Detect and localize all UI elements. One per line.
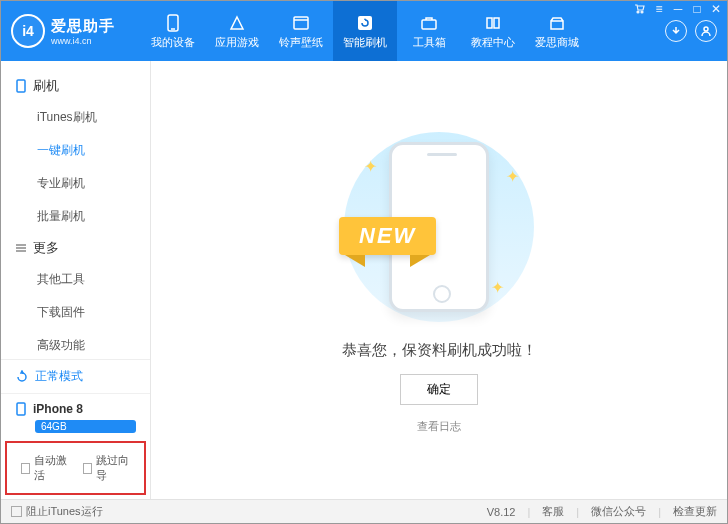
ok-button[interactable]: 确定 bbox=[400, 374, 478, 405]
nav-label: 智能刷机 bbox=[343, 35, 387, 50]
more-icon bbox=[15, 242, 27, 254]
sidebar-item-batch[interactable]: 批量刷机 bbox=[1, 200, 150, 233]
wechat-link[interactable]: 微信公众号 bbox=[591, 504, 646, 519]
success-message: 恭喜您，保资料刷机成功啦！ bbox=[342, 341, 537, 360]
section-label: 刷机 bbox=[33, 77, 59, 95]
update-link[interactable]: 检查更新 bbox=[673, 504, 717, 519]
svg-rect-4 bbox=[422, 20, 436, 29]
close-icon[interactable]: ✕ bbox=[708, 2, 724, 16]
bottom-checks: 自动激活 跳过向导 bbox=[5, 441, 146, 495]
checkbox-skip-guide[interactable]: 跳过向导 bbox=[83, 453, 131, 483]
sidebar-item-advanced[interactable]: 高级功能 bbox=[1, 329, 150, 359]
sidebar: 刷机 iTunes刷机 一键刷机 专业刷机 批量刷机 更多 其他工具 下载固件 … bbox=[1, 61, 151, 499]
nav-label: 爱思商城 bbox=[535, 35, 579, 50]
wallpaper-icon bbox=[293, 13, 309, 33]
nav-tutorials[interactable]: 教程中心 bbox=[461, 1, 525, 61]
book-icon bbox=[485, 13, 501, 33]
svg-point-6 bbox=[637, 11, 639, 13]
checkbox-auto-activate[interactable]: 自动激活 bbox=[21, 453, 69, 483]
download-icon[interactable] bbox=[665, 20, 687, 42]
nav-toolbox[interactable]: 工具箱 bbox=[397, 1, 461, 61]
hero-illustration: ✦ ✦ ✦ NEW bbox=[329, 127, 549, 327]
nav-label: 我的设备 bbox=[151, 35, 195, 50]
maximize-icon[interactable]: □ bbox=[689, 2, 705, 16]
main-content: ✦ ✦ ✦ NEW 恭喜您，保资料刷机成功啦！ 确定 查看日志 bbox=[151, 61, 727, 499]
nav-shop[interactable]: 爱思商城 bbox=[525, 1, 589, 61]
window-controls: ≡ ─ □ ✕ bbox=[632, 2, 724, 16]
apps-icon bbox=[229, 13, 245, 33]
phone-icon bbox=[166, 13, 180, 33]
device-row[interactable]: iPhone 8 64GB bbox=[1, 394, 150, 441]
version: V8.12 bbox=[487, 506, 516, 518]
sidebar-section-flash[interactable]: 刷机 bbox=[1, 71, 150, 101]
sidebar-item-oneclick[interactable]: 一键刷机 bbox=[1, 134, 150, 167]
svg-point-7 bbox=[641, 11, 643, 13]
toolbox-icon bbox=[421, 13, 437, 33]
nav-label: 铃声壁纸 bbox=[279, 35, 323, 50]
svg-rect-8 bbox=[17, 80, 25, 92]
svg-point-5 bbox=[704, 27, 708, 31]
app-url: www.i4.cn bbox=[51, 36, 115, 46]
status-bar: 阻止iTunes运行 V8.12| 客服| 微信公众号| 检查更新 bbox=[1, 499, 727, 523]
refresh-icon bbox=[15, 370, 29, 384]
sidebar-section-more[interactable]: 更多 bbox=[1, 233, 150, 263]
app-name: 爱思助手 bbox=[51, 17, 115, 36]
nav-label: 应用游戏 bbox=[215, 35, 259, 50]
mode-label: 正常模式 bbox=[35, 368, 83, 385]
nav-smart-flash[interactable]: 智能刷机 bbox=[333, 1, 397, 61]
cart-icon[interactable] bbox=[632, 2, 648, 16]
user-icon[interactable] bbox=[695, 20, 717, 42]
menu-icon[interactable]: ≡ bbox=[651, 2, 667, 16]
sidebar-item-other[interactable]: 其他工具 bbox=[1, 263, 150, 296]
minimize-icon[interactable]: ─ bbox=[670, 2, 686, 16]
device-name: iPhone 8 bbox=[33, 402, 83, 416]
checkbox-label: 自动激活 bbox=[34, 453, 68, 483]
sidebar-item-download[interactable]: 下载固件 bbox=[1, 296, 150, 329]
section-label: 更多 bbox=[33, 239, 59, 257]
shop-icon bbox=[549, 13, 565, 33]
checkbox-block-itunes[interactable]: 阻止iTunes运行 bbox=[11, 504, 103, 519]
nav-apps-games[interactable]: 应用游戏 bbox=[205, 1, 269, 61]
svg-rect-2 bbox=[294, 17, 308, 29]
view-log-link[interactable]: 查看日志 bbox=[417, 419, 461, 434]
nav-label: 工具箱 bbox=[413, 35, 446, 50]
support-link[interactable]: 客服 bbox=[542, 504, 564, 519]
top-nav: 我的设备 应用游戏 铃声壁纸 智能刷机 工具箱 教程中心 爱思商城 bbox=[141, 1, 665, 61]
ribbon-text: NEW bbox=[339, 217, 436, 255]
nav-my-devices[interactable]: 我的设备 bbox=[141, 1, 205, 61]
header: i4 爱思助手 www.i4.cn 我的设备 应用游戏 铃声壁纸 智能刷机 工具… bbox=[1, 1, 727, 61]
svg-rect-12 bbox=[17, 403, 25, 415]
mode-row[interactable]: 正常模式 bbox=[1, 360, 150, 394]
nav-label: 教程中心 bbox=[471, 35, 515, 50]
phone-icon bbox=[15, 402, 27, 416]
storage-badge: 64GB bbox=[35, 420, 136, 433]
nav-ringtones[interactable]: 铃声壁纸 bbox=[269, 1, 333, 61]
phone-icon bbox=[15, 79, 27, 93]
sidebar-item-itunes[interactable]: iTunes刷机 bbox=[1, 101, 150, 134]
checkbox-label: 跳过向导 bbox=[96, 453, 130, 483]
refresh-icon bbox=[357, 13, 373, 33]
logo[interactable]: i4 爱思助手 www.i4.cn bbox=[1, 14, 141, 48]
sidebar-item-pro[interactable]: 专业刷机 bbox=[1, 167, 150, 200]
logo-icon: i4 bbox=[11, 14, 45, 48]
checkbox-label: 阻止iTunes运行 bbox=[26, 504, 103, 519]
